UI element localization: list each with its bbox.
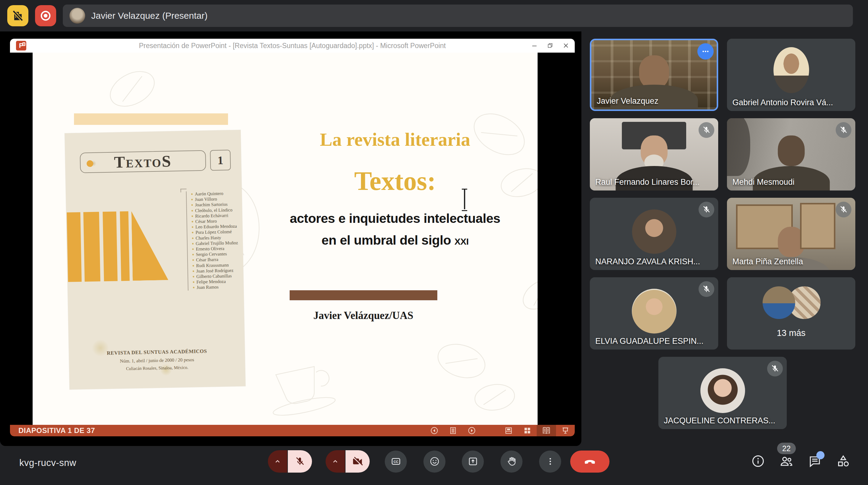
participant-name: Javier Velazquez xyxy=(597,96,658,106)
participant-name: ELVIA GUADALUPE ESPIN... xyxy=(595,337,704,346)
avatar xyxy=(773,47,809,93)
participant-tile-elvia[interactable]: ELVIA GUADALUPE ESPIN... xyxy=(590,277,718,349)
mic-muted-icon xyxy=(836,122,851,138)
camera-off-button[interactable] xyxy=(345,450,370,473)
participant-name: Marta Piña Zentella xyxy=(733,257,803,266)
slide-subtitle-line1: actores e inquietudes intelectuales xyxy=(247,211,537,226)
people-button-wrap: 22 xyxy=(779,454,794,469)
presentation-off-indicator-icon[interactable] xyxy=(7,5,28,26)
more-options-button[interactable] xyxy=(539,451,561,473)
tile-more-options-button[interactable] xyxy=(698,43,714,60)
slide: TextoS 1 Aarón QuinteroJuan VilloroJoach… xyxy=(33,53,537,425)
next-slide-icon[interactable] xyxy=(462,425,481,436)
participant-tile-marta[interactable]: Marta Piña Zentella xyxy=(727,198,855,270)
contributor-item: Gabriel Trujillo Muñoz xyxy=(192,240,241,246)
mic-muted-icon xyxy=(699,122,714,138)
participant-tile-jacqueline[interactable]: JACQUELINE CONTRERAS... xyxy=(658,357,787,429)
meet-window: Javier Velazquez (Presentar) P Presentac… xyxy=(0,0,868,485)
participant-tile-gabriel[interactable]: Gabriel Antonio Rovira Vá... xyxy=(727,39,855,111)
smiley-icon xyxy=(429,456,440,467)
restore-button[interactable] xyxy=(547,42,554,49)
minimize-button[interactable] xyxy=(531,42,538,49)
avatar xyxy=(763,286,795,319)
panel-buttons: 22 xyxy=(751,450,850,473)
powerpoint-status-bar: DIAPOSITIVA 1 DE 37 xyxy=(10,425,575,436)
participant-count-badge: 22 xyxy=(777,443,796,454)
issue-number: 1 xyxy=(210,150,231,171)
grid-view-icon[interactable] xyxy=(518,425,537,436)
reading-view-icon[interactable] xyxy=(537,425,556,436)
normal-view-icon[interactable] xyxy=(499,425,518,436)
cover-bars-figure xyxy=(67,210,168,282)
presenter-avatar xyxy=(69,8,85,24)
chat-button-wrap xyxy=(808,454,822,469)
mic-muted-icon xyxy=(699,281,714,297)
mic-control xyxy=(268,450,312,473)
raise-hand-button[interactable] xyxy=(500,451,523,473)
previous-slide-icon[interactable] xyxy=(425,425,444,436)
top-bar: Javier Velazquez (Presentar) xyxy=(0,0,868,31)
window-title-bar: P Presentación de PowerPoint - [Revista … xyxy=(10,39,575,53)
participant-name: Raul Fernando Linares Bor... xyxy=(595,177,700,187)
avatar xyxy=(701,368,745,413)
chevron-up-icon xyxy=(273,457,282,466)
magazine-masthead: TextoS xyxy=(80,150,206,173)
mic-muted-icon xyxy=(699,202,714,218)
building-slash-icon xyxy=(11,9,25,22)
participant-tile-javier[interactable]: Javier Velazquez xyxy=(590,39,718,111)
participant-tile-mehdi[interactable]: Mehdi Mesmoudi xyxy=(727,118,855,191)
masthead-title: TextoS xyxy=(114,152,172,172)
vertical-dots-icon xyxy=(546,457,555,466)
activities-button[interactable] xyxy=(836,454,850,469)
people-icon xyxy=(779,454,794,469)
recording-indicator-icon[interactable] xyxy=(35,5,56,26)
end-call-button[interactable] xyxy=(570,451,610,473)
avatar xyxy=(632,289,677,334)
participants-panel: Javier Velazquez Gabriel Antonio Rovira … xyxy=(590,39,855,349)
info-button[interactable] xyxy=(751,454,765,469)
end-call-icon xyxy=(583,454,597,468)
overflow-tile[interactable]: 13 más xyxy=(727,277,855,349)
notes-icon[interactable] xyxy=(444,425,462,436)
presentation-area: TextoS 1 Aarón QuinteroJuan VilloroJoach… xyxy=(10,53,575,425)
reactions-button[interactable] xyxy=(424,451,445,473)
participant-name: Gabriel Antonio Rovira Vá... xyxy=(733,98,833,107)
captions-icon: CC xyxy=(391,456,401,467)
people-button[interactable] xyxy=(779,454,794,469)
raise-hand-icon xyxy=(506,456,517,467)
participant-name: JACQUELINE CONTRERAS... xyxy=(664,416,775,425)
presenter-pill[interactable]: Javier Velazquez (Presentar) xyxy=(63,4,853,27)
close-icon[interactable] xyxy=(563,42,569,49)
chevron-up-icon xyxy=(331,457,339,466)
overflow-count-label: 13 más xyxy=(727,328,855,338)
masthead-dot-icon xyxy=(87,160,93,167)
participant-tile-naranjo[interactable]: NARANJO ZAVALA KRISH... xyxy=(590,198,718,270)
call-controls: CC xyxy=(268,450,610,473)
present-screen-button[interactable] xyxy=(462,451,484,473)
svg-text:CC: CC xyxy=(393,460,398,463)
participant-tile-raul[interactable]: Raul Fernando Linares Bor... xyxy=(590,118,718,191)
mic-mute-button[interactable] xyxy=(288,450,312,473)
mic-off-icon xyxy=(294,456,305,467)
activities-icon xyxy=(836,454,850,468)
slide-brown-bar xyxy=(290,290,437,300)
record-dot-icon xyxy=(39,9,52,22)
slide-heading-large: Textos: xyxy=(247,166,537,196)
avatar xyxy=(632,209,677,254)
camera-options-chevron[interactable] xyxy=(326,450,345,473)
presenter-name: Javier Velazquez (Presentar) xyxy=(91,10,208,21)
participant-name: NARANJO ZAVALA KRISH... xyxy=(595,257,700,266)
slideshow-icon[interactable] xyxy=(556,425,575,436)
mic-muted-icon xyxy=(836,202,851,218)
mic-options-chevron[interactable] xyxy=(268,450,287,473)
cover-footer: REVISTA DEL SUNTUAS ACADÉMICOS Núm. 1, a… xyxy=(69,346,245,373)
text-cursor-icon xyxy=(461,189,468,209)
captions-button[interactable]: CC xyxy=(385,451,407,473)
shared-screen-area: P Presentación de PowerPoint - [Revista … xyxy=(0,31,581,446)
contributor-item: Leo Eduardo Mendoza xyxy=(192,224,241,230)
slide-author: Javier Velázquez/UAS xyxy=(217,310,510,322)
window-title: Presentación de PowerPoint - [Revista Te… xyxy=(10,42,575,50)
magazine-cover: TextoS 1 Aarón QuinteroJuan VilloroJoach… xyxy=(65,130,246,390)
slide-counter: DIAPOSITIVA 1 DE 37 xyxy=(19,426,425,435)
mic-muted-icon xyxy=(767,361,783,376)
